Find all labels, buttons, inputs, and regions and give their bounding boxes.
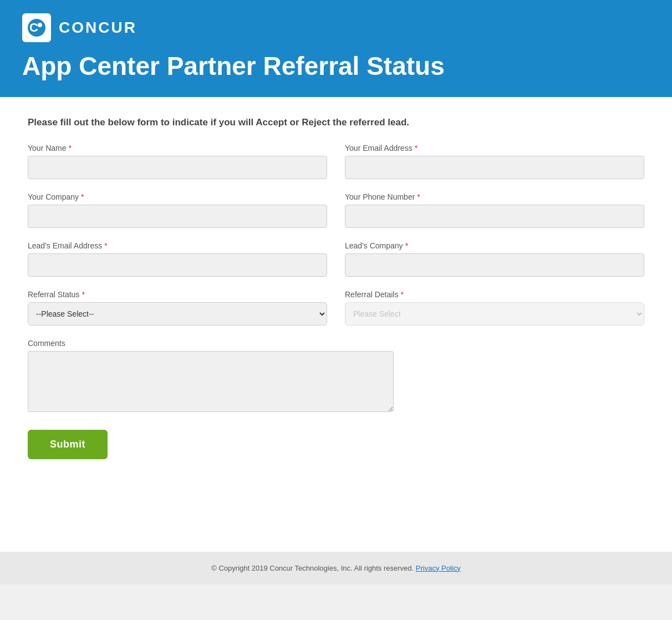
- referral-details-label: Referral Details *: [345, 290, 644, 299]
- leads-company-label: Lead's Company *: [345, 241, 644, 250]
- svg-text:C: C: [29, 21, 38, 34]
- concur-logo-icon: C: [22, 13, 51, 42]
- privacy-policy-link[interactable]: Privacy Policy: [416, 564, 461, 572]
- required-star: *: [81, 192, 84, 201]
- referral-form: Your Name * Your Email Address * Your Co…: [28, 144, 644, 459]
- your-email-group: Your Email Address *: [345, 144, 644, 179]
- required-star: *: [104, 241, 107, 250]
- your-company-group: Your Company *: [28, 192, 327, 228]
- your-name-label: Your Name *: [28, 144, 327, 153]
- required-star: *: [415, 144, 418, 153]
- footer: © Copyright 2019 Concur Technologies, In…: [0, 552, 672, 585]
- required-star: *: [400, 290, 403, 299]
- your-company-input[interactable]: [28, 205, 327, 228]
- leads-email-input[interactable]: [28, 253, 327, 277]
- copyright-text: © Copyright 2019 Concur Technologies, In…: [211, 564, 414, 572]
- main-content: Please fill out the below form to indica…: [0, 97, 672, 552]
- your-name-group: Your Name *: [28, 144, 327, 179]
- required-star: *: [69, 144, 72, 153]
- your-company-label: Your Company *: [28, 192, 327, 201]
- your-email-input[interactable]: [345, 156, 644, 179]
- referral-details-group: Referral Details * Please Select: [345, 290, 644, 326]
- form-intro: Please fill out the below form to indica…: [28, 117, 644, 128]
- your-email-label: Your Email Address *: [345, 144, 644, 153]
- logo-area: C CONCUR: [22, 13, 650, 42]
- leads-email-group: Lead's Email Address *: [28, 241, 327, 277]
- your-phone-group: Your Phone Number *: [345, 192, 644, 228]
- logo-text: CONCUR: [59, 19, 137, 37]
- submit-button[interactable]: Submit: [28, 430, 108, 459]
- comments-group: Comments: [28, 339, 394, 412]
- form-row-1: Your Name * Your Email Address *: [28, 144, 644, 179]
- comments-textarea[interactable]: [28, 351, 394, 412]
- leads-company-group: Lead's Company *: [345, 241, 644, 277]
- your-name-input[interactable]: [28, 156, 327, 179]
- svg-point-2: [38, 23, 42, 27]
- referral-details-select[interactable]: Please Select: [345, 302, 644, 326]
- required-star: *: [82, 290, 84, 299]
- your-phone-label: Your Phone Number *: [345, 192, 644, 201]
- referral-status-select[interactable]: --Please Select-- Accept Reject: [28, 302, 327, 326]
- form-row-3: Lead's Email Address * Lead's Company *: [28, 241, 644, 277]
- leads-email-label: Lead's Email Address *: [28, 241, 327, 250]
- referral-status-label: Referral Status *: [28, 290, 327, 299]
- leads-company-input[interactable]: [345, 253, 644, 277]
- header: C CONCUR App Center Partner Referral Sta…: [0, 0, 672, 97]
- required-star: *: [417, 192, 420, 201]
- your-phone-input[interactable]: [345, 205, 644, 228]
- form-row-comments: Comments: [28, 339, 644, 412]
- form-row-4: Referral Status * --Please Select-- Acce…: [28, 290, 644, 326]
- comments-label: Comments: [28, 339, 394, 348]
- page-title: App Center Partner Referral Status: [22, 52, 650, 80]
- referral-status-group: Referral Status * --Please Select-- Acce…: [28, 290, 327, 326]
- form-row-2: Your Company * Your Phone Number *: [28, 192, 644, 228]
- required-star: *: [405, 241, 408, 250]
